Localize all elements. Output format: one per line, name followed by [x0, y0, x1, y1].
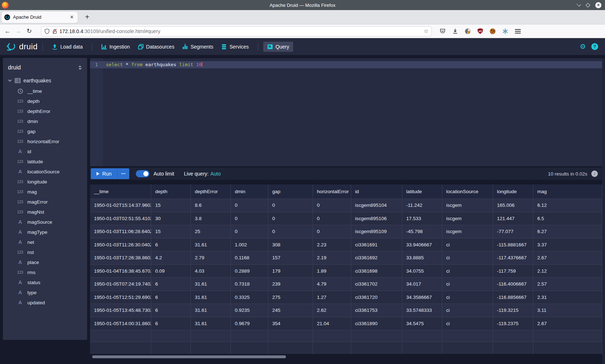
- cell[interactable]: 1950-01-03T11:06:28.640Z: [90, 225, 151, 238]
- live-query-value[interactable]: Auto: [210, 171, 221, 177]
- cell[interactable]: ci3361691: [351, 238, 402, 252]
- new-tab-button[interactable]: +: [82, 12, 92, 22]
- cell[interactable]: 25: [191, 225, 231, 238]
- cell[interactable]: 17.533: [402, 212, 442, 226]
- cell[interactable]: ci3361753: [351, 304, 402, 317]
- cell[interactable]: 31.61: [191, 304, 231, 317]
- cell[interactable]: -115.8881667: [493, 238, 533, 252]
- cell[interactable]: 4.03: [191, 265, 231, 278]
- vertical-scrollbar[interactable]: [602, 58, 605, 364]
- ublock-origin-icon[interactable]: uO: [478, 28, 483, 34]
- horizontal-scrollbar-thumb[interactable]: [92, 355, 286, 358]
- cell[interactable]: -116.8856667: [493, 291, 533, 304]
- run-button[interactable]: Run: [91, 168, 117, 179]
- cell[interactable]: iscgem895106: [351, 212, 402, 226]
- cell[interactable]: 0: [231, 225, 268, 238]
- column-header-depthError[interactable]: depthError: [191, 185, 231, 199]
- column-header-gap[interactable]: gap: [268, 185, 313, 199]
- extension-icon[interactable]: [465, 28, 471, 34]
- column-header-locationSource[interactable]: locationSource: [442, 185, 493, 199]
- schema-selector[interactable]: druid: [3, 58, 87, 75]
- column-header-longitude[interactable]: longitude: [493, 185, 533, 199]
- sidebar-column-locationSource[interactable]: AlocationSource: [3, 167, 87, 177]
- sidebar-column-id[interactable]: Aid: [3, 146, 87, 156]
- cell[interactable]: 33.8885: [402, 251, 442, 265]
- cell[interactable]: 179: [268, 265, 313, 278]
- sidebar-column-magNst[interactable]: 123magNst: [3, 207, 87, 217]
- cell[interactable]: 4.2: [151, 251, 191, 265]
- cell[interactable]: ci3361702: [351, 278, 402, 291]
- cell[interactable]: 0.9679: [231, 317, 268, 331]
- sql-query-text[interactable]: select * from earthquakes limit 10: [106, 61, 202, 68]
- sql-editor[interactable]: 1 select * from earthquakes limit 10: [90, 58, 602, 166]
- sidebar-column-magType[interactable]: AmagType: [3, 227, 87, 237]
- cell[interactable]: 0.9235: [231, 304, 268, 317]
- cell[interactable]: -119.3215: [493, 304, 533, 317]
- reload-icon[interactable]: ↻: [24, 27, 35, 35]
- cell[interactable]: -117.759: [493, 265, 533, 278]
- cell[interactable]: 0: [231, 212, 268, 226]
- cell[interactable]: ci: [442, 251, 493, 265]
- cell[interactable]: ci: [442, 265, 493, 278]
- cell[interactable]: 1950-01-03T17:26:38.860Z: [90, 251, 151, 265]
- cell[interactable]: 0: [268, 225, 313, 238]
- asterisk-extension-icon[interactable]: [502, 28, 508, 34]
- cell[interactable]: 8.6: [191, 199, 231, 212]
- url-bar[interactable]: 172.18.0.4:30109/unified-console.html#qu…: [41, 26, 432, 36]
- cell[interactable]: 2.62: [313, 304, 351, 317]
- double-caret-icon[interactable]: [78, 65, 82, 70]
- column-header-latitude[interactable]: latitude: [402, 185, 442, 199]
- sidebar-column-rms[interactable]: 123rms: [3, 267, 87, 277]
- cell[interactable]: 1.89: [313, 265, 351, 278]
- cell[interactable]: ci: [442, 278, 493, 291]
- shield-icon[interactable]: [44, 28, 50, 34]
- cell[interactable]: 0.09: [151, 265, 191, 278]
- cell[interactable]: iscgem: [442, 212, 493, 226]
- cell[interactable]: 6.5: [533, 212, 602, 226]
- cell[interactable]: 31.61: [191, 291, 231, 304]
- cell[interactable]: 1950-01-02T15:14:37.960Z: [90, 199, 151, 212]
- sidebar-column-magSource[interactable]: AmagSource: [3, 217, 87, 227]
- menu-icon[interactable]: [515, 28, 521, 35]
- sidebar-column-place[interactable]: Aplace: [3, 257, 87, 267]
- column-header-mag[interactable]: mag: [533, 185, 602, 199]
- cell[interactable]: 3.11: [533, 304, 602, 317]
- cell[interactable]: 6: [151, 304, 191, 317]
- cell[interactable]: 30: [151, 212, 191, 226]
- cell[interactable]: 0: [313, 212, 351, 226]
- cell[interactable]: 31.61: [191, 238, 231, 252]
- cell[interactable]: 2.31: [533, 291, 602, 304]
- cell[interactable]: iscgem895104: [351, 199, 402, 212]
- cell[interactable]: 354: [268, 317, 313, 331]
- cell[interactable]: 245: [268, 304, 313, 317]
- cell[interactable]: ci3361890: [351, 317, 402, 331]
- bookmark-star-icon[interactable]: ☆: [424, 28, 429, 35]
- cell[interactable]: iscgem895109: [351, 225, 402, 238]
- cell[interactable]: 2.79: [191, 251, 231, 265]
- column-header-id[interactable]: id: [351, 185, 402, 199]
- cell[interactable]: -117.4376667: [493, 251, 533, 265]
- cell[interactable]: 0.1168: [231, 251, 268, 265]
- cell[interactable]: 2.12: [533, 265, 602, 278]
- sidebar-column-depth[interactable]: 123depth: [3, 96, 87, 106]
- cell[interactable]: -11.242: [402, 199, 442, 212]
- cell[interactable]: 34.3586667: [402, 291, 442, 304]
- cell[interactable]: 1.27: [313, 291, 351, 304]
- cell[interactable]: 2.57: [533, 278, 602, 291]
- sidebar-column-net[interactable]: Anet: [3, 237, 87, 247]
- close-window-icon[interactable]: ×: [595, 2, 601, 8]
- cell[interactable]: 0: [268, 212, 313, 226]
- cell[interactable]: 6: [151, 317, 191, 331]
- sidebar-column-dmin[interactable]: 123dmin: [3, 116, 87, 126]
- cell[interactable]: 1950-01-03T11:26:30.040Z: [90, 238, 151, 252]
- cell[interactable]: 0.7318: [231, 278, 268, 291]
- cell[interactable]: iscgem: [442, 199, 493, 212]
- cell[interactable]: ci: [442, 238, 493, 252]
- browser-tab[interactable]: Apache Druid ✕: [1, 12, 78, 23]
- cell[interactable]: 1950-01-05T13:45:48.730Z: [90, 304, 151, 317]
- cell[interactable]: 1950-01-05T12:51:29.690Z: [90, 291, 151, 304]
- sidebar-column-updated[interactable]: Aupdated: [3, 297, 87, 308]
- nav-segments[interactable]: Segments: [178, 42, 217, 52]
- cell[interactable]: ci: [442, 317, 493, 331]
- download-results-icon[interactable]: ↓: [591, 170, 598, 177]
